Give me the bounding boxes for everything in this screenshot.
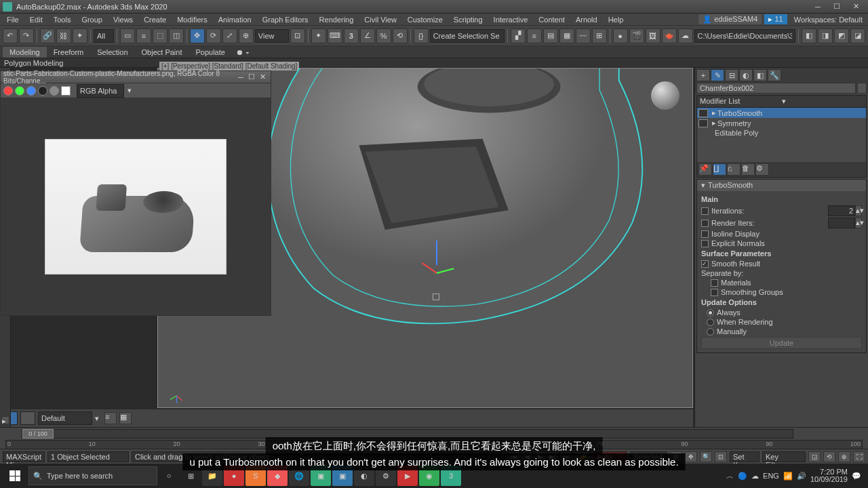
view-cube[interactable] — [648, 78, 683, 113]
iterations-enable-checkbox[interactable] — [701, 207, 709, 215]
menu-civilview[interactable]: Civil View — [359, 14, 401, 25]
tab-motion[interactable]: ◐ — [739, 69, 753, 81]
layer-filter-2[interactable]: ▦ — [119, 412, 132, 424]
eye-icon[interactable] — [698, 119, 708, 127]
smooth-result-checkbox[interactable] — [701, 260, 709, 268]
tb-extra-4[interactable]: ◪ — [850, 28, 865, 43]
ribbon-tab-populate[interactable]: Populate — [189, 47, 231, 58]
select-scale-button[interactable]: ⤢ — [222, 28, 237, 43]
iterations-spinner[interactable] — [828, 205, 855, 216]
mirror-button[interactable]: ▞ — [511, 28, 526, 43]
eye-icon[interactable] — [698, 109, 708, 117]
ribbon-panel-label[interactable]: Polygon Modeling — [4, 59, 63, 67]
select-region-button[interactable]: ⬚ — [153, 28, 167, 43]
menu-tools[interactable]: Tools — [48, 14, 77, 25]
modifier-list-dropdown[interactable]: Modifier List▾ — [697, 96, 866, 108]
renderiters-enable-checkbox[interactable] — [701, 220, 709, 227]
menu-views[interactable]: Views — [108, 14, 138, 25]
remove-modifier-button[interactable]: 🗑 — [741, 163, 755, 176]
refwin-titlebar[interactable]: stic-Parts-Fabrication-Custom-plastic-Ma… — [1, 71, 271, 83]
materials-checkbox[interactable] — [711, 279, 718, 287]
isoline-checkbox[interactable] — [701, 230, 709, 238]
close-button[interactable]: ✕ — [846, 1, 865, 12]
tb-extra-1[interactable]: ◧ — [802, 28, 816, 43]
schematic-view-button[interactable]: ⊞ — [592, 28, 607, 43]
menu-interactive[interactable]: Interactive — [488, 14, 534, 25]
tab-utilities[interactable]: 🔧 — [768, 69, 781, 81]
start-button[interactable] — [3, 466, 27, 486]
tb-extra-3[interactable]: ◩ — [834, 28, 849, 43]
taskbar-clock[interactable]: 7:20 PM10/09/2019 — [810, 468, 848, 483]
rollout-header[interactable]: ▾TurboSmooth — [697, 180, 866, 191]
nav-btn-2[interactable]: ✥ — [685, 451, 697, 462]
modifier-editablepoly[interactable]: Editable Poly — [697, 128, 866, 138]
manually-radio[interactable] — [707, 328, 714, 336]
render-in-cloud-button[interactable]: ☁ — [678, 28, 693, 43]
align-button[interactable]: ≡ — [527, 28, 542, 43]
channel-alpha-icon[interactable] — [38, 86, 47, 96]
channel-mono-icon[interactable] — [50, 86, 59, 96]
update-button[interactable]: Update — [701, 337, 862, 349]
always-radio[interactable] — [707, 309, 714, 317]
menu-modifiers[interactable]: Modifiers — [172, 14, 213, 25]
tab-display[interactable]: ◧ — [753, 69, 767, 81]
modifier-turbosmooth[interactable]: ▸TurboSmooth — [697, 108, 866, 118]
menu-arnold[interactable]: Arnold — [570, 14, 603, 25]
workspace-selector[interactable]: Workspaces: Default — [790, 15, 867, 24]
menu-animation[interactable]: Animation — [213, 14, 257, 25]
tray-icon-1[interactable]: 🔵 — [738, 472, 747, 481]
object-name-input[interactable] — [696, 83, 856, 94]
ribbon-tab-objectpaint[interactable]: Object Paint — [135, 47, 189, 58]
channel-green-icon[interactable] — [15, 86, 24, 96]
menu-grapheditors[interactable]: Graph Editors — [257, 14, 314, 25]
menu-file[interactable]: File — [1, 14, 24, 25]
whenrendering-radio[interactable] — [707, 319, 714, 326]
render-button[interactable]: 🫖 — [662, 28, 677, 43]
material-editor-button[interactable]: ● — [613, 28, 628, 43]
modifier-stack[interactable]: ▸TurboSmooth ▸Symmetry Editable Poly — [697, 108, 866, 162]
explicit-normals-checkbox[interactable] — [701, 240, 709, 247]
select-name-button[interactable]: ≡ — [136, 28, 151, 43]
select-object-button[interactable]: ▭ — [120, 28, 135, 43]
menu-help[interactable]: Help — [603, 14, 629, 25]
link-button[interactable]: 🔗 — [40, 28, 55, 43]
layer-btn-2[interactable] — [20, 411, 35, 425]
menu-customize[interactable]: Customize — [402, 14, 448, 25]
tray-chevron-icon[interactable]: ︿ — [726, 471, 734, 481]
menu-edit[interactable]: Edit — [24, 14, 48, 25]
make-unique-button[interactable]: ⎌ — [727, 163, 741, 176]
signed-in-user[interactable]: 👤 eddieSSAM4 — [698, 14, 762, 24]
select-manipulate-button[interactable]: ✦ — [311, 28, 326, 43]
maximize-button[interactable]: ☐ — [827, 1, 846, 12]
layer-dropdown-icon[interactable]: ▾ — [95, 414, 99, 423]
refwin-maximize[interactable]: ☐ — [246, 73, 257, 81]
modifier-symmetry[interactable]: ▸Symmetry — [697, 118, 866, 128]
taskbar-search[interactable]: 🔍Type here to search — [28, 466, 157, 485]
curve-editor-button[interactable]: 〰 — [576, 28, 591, 43]
channel-red-icon[interactable] — [3, 86, 13, 96]
spinner-arrows-icon[interactable]: ▴▾ — [855, 205, 862, 216]
undo-button[interactable]: ↶ — [3, 28, 18, 43]
show-end-result-button[interactable]: ∐ — [713, 163, 726, 176]
menu-content[interactable]: Content — [533, 14, 570, 25]
select-place-button[interactable]: ⊕ — [239, 28, 254, 43]
channel-dropdown[interactable] — [77, 84, 124, 98]
layer-name-input[interactable] — [38, 411, 92, 425]
selection-filter[interactable] — [94, 29, 114, 43]
percent-snap-button[interactable]: % — [376, 28, 391, 43]
keyboard-shortcut-button[interactable]: ⌨ — [328, 28, 342, 43]
setkey-button[interactable]: Set Key — [730, 451, 760, 462]
select-move-button[interactable]: ✥ — [190, 28, 205, 43]
menu-create[interactable]: Create — [138, 14, 172, 25]
nav-btn-8[interactable]: ⛶ — [853, 451, 865, 462]
minimize-button[interactable]: ─ — [808, 1, 827, 12]
nav-btn-5[interactable]: ◲ — [808, 451, 821, 462]
tray-lang[interactable]: ENG — [763, 472, 779, 480]
layer-filter-1[interactable]: ≡ — [104, 412, 117, 424]
notifications-icon[interactable]: 💬 — [852, 472, 861, 481]
bind-button[interactable]: ✦ — [73, 28, 87, 43]
ribbon-tab-modeling[interactable]: Modeling — [3, 47, 47, 58]
select-rotate-button[interactable]: ⟳ — [206, 28, 221, 43]
refwin-minimize[interactable]: ─ — [235, 73, 246, 81]
workspace-badge[interactable]: ▸ 11 — [764, 14, 787, 24]
